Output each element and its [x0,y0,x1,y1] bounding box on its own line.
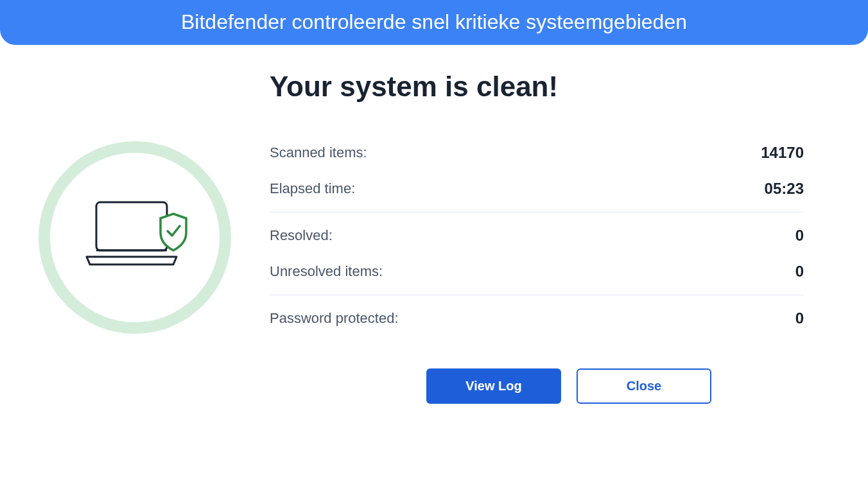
resolved-value: 0 [795,227,804,245]
scanned-items-value: 14170 [761,144,804,162]
unresolved-value: 0 [795,263,804,281]
password-protected-value: 0 [795,309,804,327]
main-container: Your system is clean! Scanned items: 141… [0,45,868,417]
status-icon-section [39,141,231,334]
divider [270,212,804,212]
stat-row-unresolved: Unresolved items: 0 [270,254,804,290]
stat-row-resolved: Resolved: 0 [270,218,804,254]
svg-rect-0 [96,202,167,250]
elapsed-time-label: Elapsed time: [270,180,355,197]
laptop-shield-icon [77,193,193,282]
scanned-items-label: Scanned items: [270,144,367,161]
caption-banner: Bitdefender controleerde snel kritieke s… [0,0,868,45]
banner-text: Bitdefender controleerde snel kritieke s… [181,10,687,33]
close-button[interactable]: Close [577,368,711,404]
stat-row-scanned: Scanned items: 14170 [270,135,804,171]
elapsed-time-value: 05:23 [765,180,804,198]
password-protected-label: Password protected: [270,310,399,327]
content-section: Your system is clean! Scanned items: 141… [270,71,829,404]
button-row: View Log Close [270,368,804,404]
unresolved-label: Unresolved items: [270,263,383,280]
result-title: Your system is clean! [270,71,804,103]
stat-row-elapsed: Elapsed time: 05:23 [270,171,804,207]
status-circle [39,141,231,334]
stat-row-password: Password protected: 0 [270,300,804,336]
resolved-label: Resolved: [270,227,333,244]
view-log-button[interactable]: View Log [426,368,561,404]
divider [270,295,804,295]
